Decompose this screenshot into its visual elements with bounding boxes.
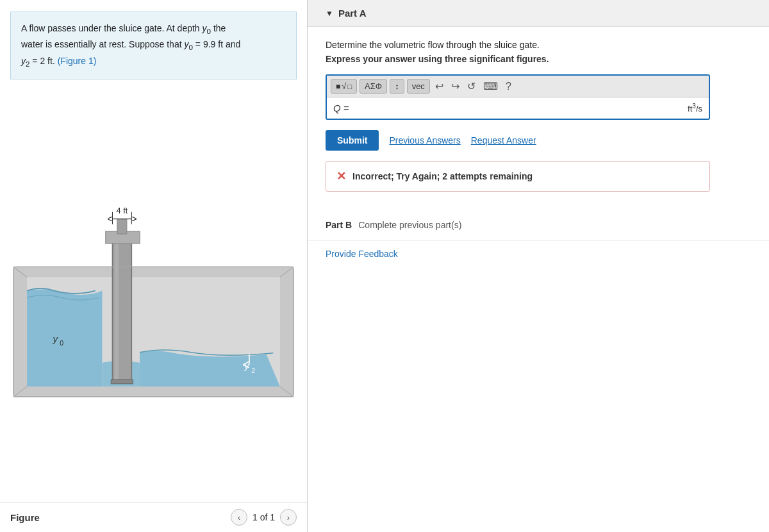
math-input-container: ■ √ □ AΣΦ ↕ vec ↩ ↪: [326, 74, 710, 120]
feedback-icon: ✕: [336, 169, 346, 183]
undo-button[interactable]: ↩: [433, 79, 446, 94]
problem-text: A flow passes under the sluice gate. At …: [21, 23, 240, 66]
part-a-title: Part A: [338, 8, 367, 19]
part-a-content: Determine the volumetric flow through th…: [308, 27, 769, 220]
keyboard-icon: ⌨: [483, 81, 498, 92]
action-row: Submit Previous Answers Request Answer: [326, 130, 751, 151]
math-toolbar: ■ √ □ AΣΦ ↕ vec ↩ ↪: [327, 76, 709, 97]
svg-rect-3: [115, 240, 119, 383]
svg-text:4 ft: 4 ft: [116, 206, 128, 215]
figure-prev-button[interactable]: ‹: [231, 509, 247, 526]
help-icon: ?: [506, 81, 511, 92]
svg-rect-4: [111, 380, 133, 384]
part-a-instruction: Determine the volumetric flow through th…: [326, 40, 751, 50]
svg-text:0: 0: [60, 339, 63, 347]
answer-unit: ft3/s: [688, 97, 702, 119]
figure-label: Figure: [10, 512, 231, 523]
part-a-instruction-bold: Express your answer using three signific…: [326, 54, 751, 64]
part-a-header: ▼ Part A: [308, 0, 769, 27]
figure-area: 4 ft y 0 y 2: [0, 87, 307, 502]
refresh-icon: ↺: [467, 81, 475, 92]
request-answer-button[interactable]: Request Answer: [471, 135, 536, 145]
svg-text:y: y: [244, 362, 249, 372]
svg-rect-6: [117, 219, 127, 234]
provide-feedback-link[interactable]: Provide Feedback: [326, 249, 398, 259]
previous-answers-button[interactable]: Previous Answers: [389, 135, 460, 145]
sort-icon: ↕: [395, 81, 399, 91]
refresh-button[interactable]: ↺: [465, 79, 478, 94]
vec-button[interactable]: vec: [407, 79, 430, 94]
feedback-text: Incorrect; Try Again; 2 attempts remaini…: [352, 171, 533, 181]
sort-button[interactable]: ↕: [390, 79, 404, 94]
answer-input[interactable]: [354, 98, 688, 119]
matrix-icon: ■: [336, 82, 340, 91]
part-toggle-arrow[interactable]: ▼: [326, 9, 333, 18]
keyboard-button[interactable]: ⌨: [481, 79, 500, 94]
figure-label-row: Figure ‹ 1 of 1 ›: [0, 502, 307, 532]
sluice-gate-figure: 4 ft y 0 y 2: [6, 94, 301, 502]
svg-text:2: 2: [251, 367, 255, 374]
fraction-icon: □: [347, 83, 352, 90]
help-button[interactable]: ?: [503, 79, 514, 94]
problem-statement: A flow passes under the sluice gate. At …: [10, 12, 297, 79]
submit-button[interactable]: Submit: [326, 130, 379, 151]
part-b-text: Complete previous part(s): [358, 220, 461, 230]
feedback-box: ✕ Incorrect; Try Again; 2 attempts remai…: [326, 161, 710, 192]
figure-nav: ‹ 1 of 1 ›: [231, 509, 297, 526]
input-field-row: Q = ft3/s: [327, 97, 709, 119]
figure-count: 1 of 1: [252, 512, 275, 522]
figure-link[interactable]: (Figure 1): [58, 56, 97, 66]
ase-button[interactable]: AΣΦ: [360, 79, 387, 94]
vec-label: vec: [412, 81, 425, 91]
left-panel: A flow passes under the sluice gate. At …: [0, 0, 308, 532]
right-panel: ▼ Part A Determine the volumetric flow t…: [308, 0, 769, 532]
matrix-button[interactable]: ■ √ □: [331, 79, 357, 94]
ase-label: AΣΦ: [365, 81, 382, 91]
redo-icon: ↪: [451, 81, 459, 92]
figure-next-button[interactable]: ›: [280, 509, 297, 526]
part-b-row: Part B Complete previous part(s): [308, 220, 769, 240]
undo-icon: ↩: [435, 81, 443, 92]
redo-button[interactable]: ↪: [449, 79, 462, 94]
part-b-label: Part B: [326, 220, 352, 230]
provide-feedback-section: Provide Feedback: [308, 240, 769, 267]
answer-label: Q =: [333, 97, 349, 119]
sqrt-icon: √: [342, 81, 346, 91]
